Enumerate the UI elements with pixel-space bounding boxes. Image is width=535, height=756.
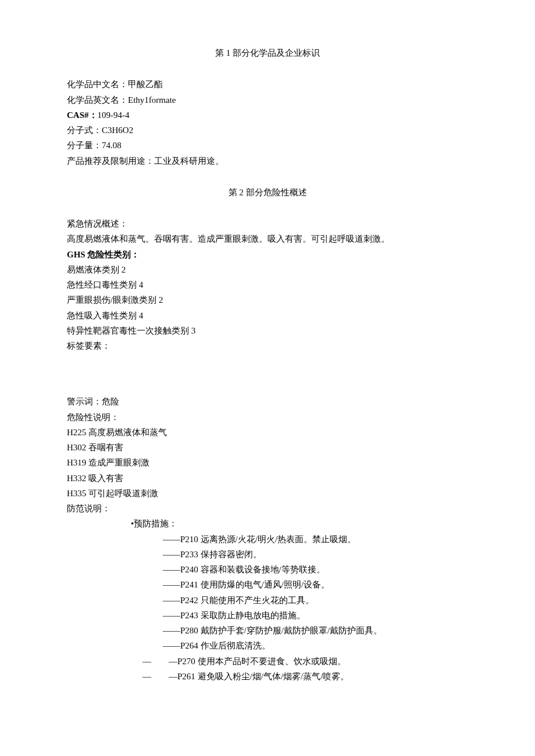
formula-value: C3H6O2: [102, 126, 133, 135]
hazard-statement: H335 可引起呼吸道刺激: [67, 486, 468, 501]
use-row: 产品推荐及限制用途：工业及科研用途。: [67, 153, 468, 169]
ghs-item: 易燃液体类别 2: [67, 262, 468, 277]
prevention-header: •预防措施：: [67, 516, 468, 531]
hazard-statement: H319 造成严重眼刺激: [67, 455, 468, 470]
ghs-label-text: GHS 危险性类别：: [67, 250, 140, 259]
cas-row: CAS#：109-94-4: [67, 108, 468, 123]
ghs-item: 急性吸入毒性类别 4: [67, 308, 468, 323]
prevention-item: ——P240 容器和装载设备接地/等势联接。: [67, 562, 468, 577]
dash-prefix: — —: [142, 672, 177, 681]
name-cn-value: 甲酸乙酯: [128, 80, 163, 89]
mw-row: 分子量：74.08: [67, 138, 468, 153]
prevention-item: ——P243 采取防止静电放电的措施。: [67, 608, 468, 623]
hazard-statement-label: 危险性说明：: [67, 410, 468, 425]
label-elements: 标签要素：: [67, 338, 468, 353]
ghs-label: GHS 危险性类别：: [67, 247, 468, 262]
section-2-body: 紧急情况概述： 高度易燃液体和蒸气。吞咽有害。造成严重眼刺激。吸入有害。可引起呼…: [67, 216, 468, 684]
section-1-body: 化学品中文名：甲酸乙酯 化学品英文名：Ethy1formate CAS#：109…: [67, 77, 468, 169]
formula-row: 分子式：C3H6O2: [67, 123, 468, 138]
name-en-value: Ethy1formate: [128, 95, 176, 105]
prevention-item-alt-text: P261 避免吸入粉尘/烟/气体/烟雾/蒸气/喷雾。: [177, 672, 349, 681]
prevention-item-alt-text: P270 使用本产品时不要进食、饮水或吸烟。: [177, 657, 346, 666]
precaution-label: 防范说明：: [67, 501, 468, 516]
prevention-item: ——P233 保持容器密闭。: [67, 547, 468, 562]
ghs-item: 严重眼损伤/眼刺激类别 2: [67, 292, 468, 307]
section-2-title: 第 2 部分危险性概述: [67, 185, 468, 200]
formula-label: 分子式：: [67, 126, 102, 135]
use-value: 工业及科研用途。: [154, 156, 224, 166]
prevention-item: ——P264 作业后彻底清洗。: [67, 638, 468, 653]
prevention-item: ——P210 远离热源/火花/明火/热表面。禁止吸烟。: [67, 532, 468, 547]
prevention-item-alt: — —P270 使用本产品时不要进食、饮水或吸烟。: [67, 654, 468, 669]
hazard-statement: H225 高度易燃液体和蒸气: [67, 425, 468, 440]
emergency-label: 紧急情况概述：: [67, 216, 468, 231]
use-label: 产品推荐及限制用途：: [67, 156, 154, 166]
signal-word-label: 警示词：: [67, 397, 102, 406]
signal-word-row: 警示词：危险: [67, 394, 468, 409]
dash-prefix: — —: [142, 657, 177, 666]
name-en-row: 化学品英文名：Ethy1formate: [67, 92, 468, 108]
prevention-item: ——P242 只能使用不产生火花的工具。: [67, 593, 468, 608]
name-cn-label: 化学品中文名：: [67, 80, 128, 89]
name-en-label: 化学品英文名：: [67, 95, 128, 105]
mw-label: 分子量：: [67, 141, 102, 150]
ghs-item: 急性经口毒性类别 4: [67, 277, 468, 292]
mw-value: 74.08: [102, 141, 122, 150]
cas-value: 109-94-4: [98, 110, 130, 120]
section-1-title: 第 1 部分化学品及企业标识: [67, 45, 468, 60]
prevention-item: ——P241 使用防爆的电气/通风/照明/设备。: [67, 577, 468, 592]
ghs-item: 特异性靶器官毒性一次接触类别 3: [67, 323, 468, 338]
name-cn-row: 化学品中文名：甲酸乙酯: [67, 77, 468, 92]
cas-label: CAS#：: [67, 110, 98, 120]
prevention-item-alt: — —P261 避免吸入粉尘/烟/气体/烟雾/蒸气/喷雾。: [67, 669, 468, 684]
hazard-statement: H332 吸入有害: [67, 471, 468, 486]
emergency-text: 高度易燃液体和蒸气。吞咽有害。造成严重眼刺激。吸入有害。可引起呼吸道刺激。: [67, 231, 468, 246]
hazard-statement: H302 吞咽有害: [67, 440, 468, 455]
prevention-item: ——P280 戴防护手套/穿防护服/戴防护眼罩/戴防护面具。: [67, 623, 468, 638]
pictogram-placeholder: [67, 353, 468, 394]
signal-word-value: 危险: [102, 397, 119, 406]
